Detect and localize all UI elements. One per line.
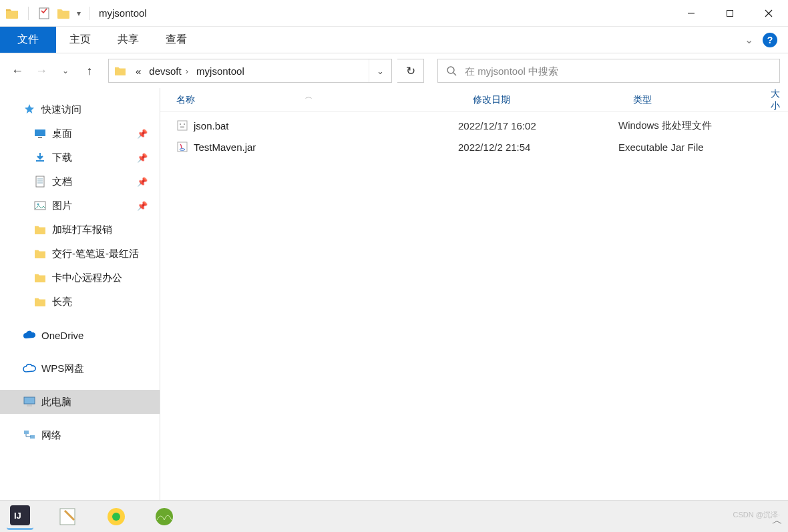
taskbar-app-icon[interactable] — [151, 503, 178, 530]
file-row[interactable]: json.bat2022/12/17 16:02Windows 批处理文件 — [160, 115, 788, 136]
file-row[interactable]: TestMaven.jar2022/12/2 21:54Executable J… — [160, 136, 788, 158]
file-name: json.bat — [194, 120, 229, 131]
sidebar-onedrive[interactable]: OneDrive — [0, 323, 160, 347]
pin-icon: 📌 — [137, 129, 148, 139]
column-date[interactable]: 修改日期 — [457, 94, 617, 106]
watermark: CSDN @沉泽· — [733, 510, 780, 520]
breadcrumb-label: devsoft — [149, 65, 181, 77]
address-bar[interactable]: « devsoft› myjsontool ⌄ — [108, 59, 392, 83]
window-title: myjsontool — [99, 7, 147, 19]
svg-point-21 — [180, 123, 181, 125]
svg-rect-7 — [35, 129, 45, 136]
sidebar-item[interactable]: 下载📌 — [0, 146, 160, 170]
forward-button[interactable]: → — [32, 61, 51, 80]
sidebar-item-label: 长亮 — [52, 296, 72, 308]
folder-icon — [33, 248, 47, 259]
cloud-icon — [23, 364, 36, 373]
desktop-icon — [33, 129, 47, 138]
help-icon[interactable]: ? — [763, 33, 777, 47]
column-headers: ︿ 名称 修改日期 类型 大小 — [160, 88, 788, 112]
sidebar-item-label: 文档 — [52, 176, 72, 188]
properties-icon[interactable] — [38, 7, 50, 19]
sidebar-this-pc[interactable]: 此电脑 — [0, 390, 160, 414]
taskbar: IJ ︿ — [0, 500, 788, 532]
folder-icon — [33, 272, 47, 283]
sort-indicator-icon: ︿ — [305, 91, 313, 101]
file-name: TestMaven.jar — [194, 142, 256, 153]
sidebar-quick-access[interactable]: 快速访问 — [0, 97, 160, 121]
pin-icon: 📌 — [137, 177, 148, 187]
tab-share[interactable]: 共享 — [104, 27, 152, 53]
svg-point-31 — [156, 508, 173, 525]
sidebar-item-label: 图片 — [52, 200, 72, 212]
svg-point-5 — [447, 67, 454, 73]
refresh-button[interactable]: ↻ — [397, 59, 424, 83]
up-button[interactable]: ↑ — [80, 61, 99, 80]
content-pane: ︿ 名称 修改日期 类型 大小 json.bat2022/12/17 16:02… — [160, 88, 788, 500]
sidebar-item[interactable]: 加班打车报销 — [0, 218, 160, 242]
svg-point-15 — [37, 204, 39, 206]
recent-locations-button[interactable]: ⌄ — [56, 61, 75, 80]
taskbar-360-icon[interactable] — [103, 503, 130, 530]
tab-file[interactable]: 文件 — [0, 27, 56, 53]
breadcrumb-label: myjsontool — [196, 65, 244, 77]
minimize-button[interactable] — [672, 0, 711, 27]
svg-point-30 — [112, 513, 120, 521]
svg-rect-10 — [36, 176, 44, 187]
sidebar-item-label: 加班打车报销 — [52, 224, 112, 236]
svg-rect-23 — [180, 126, 184, 128]
tab-view[interactable]: 查看 — [152, 27, 200, 53]
svg-rect-18 — [24, 431, 29, 434]
breadcrumb-prefix[interactable]: « — [132, 59, 145, 82]
file-date: 2022/12/2 21:54 — [457, 142, 617, 153]
sidebar-item[interactable]: 卡中心远程办公 — [0, 266, 160, 290]
taskbar-notepad-icon[interactable] — [55, 503, 81, 530]
breadcrumb-item[interactable]: myjsontool — [192, 59, 248, 82]
svg-rect-9 — [36, 160, 44, 162]
sidebar-item[interactable]: 桌面📌 — [0, 121, 160, 146]
network-icon — [23, 430, 36, 441]
svg-point-22 — [184, 123, 185, 125]
folder-icon — [5, 7, 19, 19]
sidebar-item[interactable]: 图片📌 — [0, 194, 160, 218]
sidebar: 快速访问 桌面📌下载📌文档📌图片📌加班打车报销交行-笔笔返-最红活卡中心远程办公… — [0, 88, 160, 500]
maximize-button[interactable] — [711, 0, 749, 27]
sidebar-item-label: WPS网盘 — [41, 362, 84, 375]
breadcrumb-item[interactable]: devsoft› — [145, 59, 192, 82]
column-size[interactable]: 大小 — [755, 88, 788, 112]
picture-icon — [33, 201, 47, 210]
sidebar-item[interactable]: 长亮 — [0, 290, 160, 314]
taskbar-intellij-icon[interactable]: IJ — [7, 503, 33, 530]
chevron-right-icon: › — [186, 66, 188, 76]
search-icon — [446, 65, 457, 76]
new-folder-icon[interactable] — [57, 7, 70, 19]
file-icon — [176, 119, 188, 131]
pin-icon: 📌 — [137, 153, 148, 163]
folder-icon — [33, 296, 47, 307]
column-name[interactable]: ︿ 名称 — [160, 94, 457, 106]
search-input[interactable] — [465, 65, 779, 77]
sidebar-item-label: OneDrive — [41, 330, 83, 341]
back-button[interactable]: ← — [8, 61, 27, 80]
close-button[interactable] — [749, 0, 788, 27]
quick-access-toolbar: ▾ — [0, 7, 86, 20]
ribbon-expand-icon[interactable]: ⌄ — [745, 33, 753, 46]
svg-rect-20 — [178, 121, 187, 130]
sidebar-item[interactable]: 交行-笔笔返-最红活 — [0, 242, 160, 266]
separator — [89, 7, 89, 20]
sidebar-item[interactable]: 文档📌 — [0, 170, 160, 194]
svg-line-6 — [453, 73, 456, 75]
qat-dropdown-icon[interactable]: ▾ — [77, 9, 81, 18]
file-type: Windows 批处理文件 — [617, 119, 755, 132]
search-box[interactable] — [437, 59, 780, 83]
main-area: 快速访问 桌面📌下载📌文档📌图片📌加班打车报销交行-笔笔返-最红活卡中心远程办公… — [0, 88, 788, 500]
sidebar-wps[interactable]: WPS网盘 — [0, 356, 160, 380]
svg-rect-19 — [30, 435, 35, 439]
sidebar-network[interactable]: 网络 — [0, 423, 160, 447]
column-type[interactable]: 类型 — [617, 94, 755, 106]
file-icon — [176, 141, 188, 153]
address-dropdown-button[interactable]: ⌄ — [369, 59, 391, 82]
separator — [28, 7, 29, 20]
tab-home[interactable]: 主页 — [56, 27, 104, 53]
svg-rect-24 — [178, 142, 187, 152]
